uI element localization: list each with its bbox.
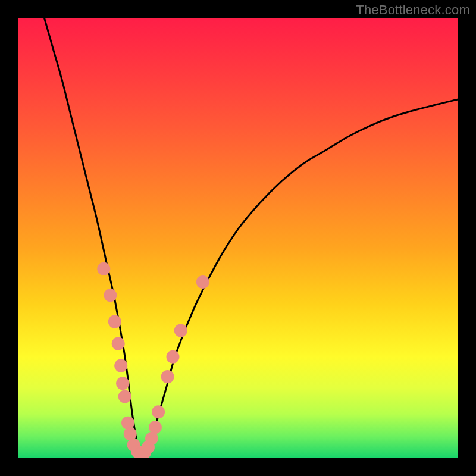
curve-marker <box>118 390 131 403</box>
curve-marker <box>121 416 134 430</box>
bottleneck-curve <box>44 18 458 455</box>
curve-marker <box>104 289 117 302</box>
curve-marker <box>116 377 129 390</box>
curve-marker <box>152 405 165 418</box>
chart-frame: TheBottleneck.com <box>0 0 476 476</box>
curve-marker <box>174 324 187 337</box>
watermark-text: TheBottleneck.com <box>356 2 470 18</box>
curve-marker <box>167 350 180 364</box>
curve-marker <box>196 275 209 289</box>
plot-area <box>18 18 458 458</box>
curve-marker <box>161 370 174 383</box>
chart-svg <box>18 18 458 458</box>
curve-marker <box>149 421 162 434</box>
curve-marker <box>108 315 121 328</box>
curve-marker <box>112 337 125 350</box>
curve-marker <box>114 359 127 372</box>
curve-markers <box>97 262 209 458</box>
curve-marker <box>97 262 110 275</box>
